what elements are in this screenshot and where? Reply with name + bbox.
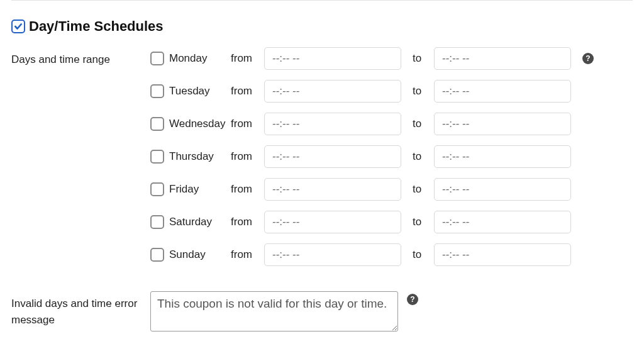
invalid-error-row: Invalid days and time error message ? [11,291,633,332]
thursday-from-input[interactable]: --:-- -- [264,145,401,168]
friday-to-input[interactable]: --:-- -- [434,178,571,201]
day-label: Wednesday [169,118,231,130]
wednesday-to-input[interactable]: --:-- -- [434,113,571,135]
day-row-tuesday: Tuesday from --:-- -- to --:-- -- [150,80,594,103]
from-label: from [231,85,258,98]
monday-from-input[interactable]: --:-- -- [264,47,401,70]
tuesday-checkbox[interactable] [150,84,164,98]
from-label: from [231,216,258,228]
thursday-to-input[interactable]: --:-- -- [434,145,571,168]
tuesday-from-input[interactable]: --:-- -- [264,80,401,103]
days-time-range-row: Days and time range Monday from --:-- --… [11,47,633,266]
panel-divider [11,0,633,1]
day-label: Saturday [169,216,231,228]
day-label: Sunday [169,248,231,261]
to-label: to [413,52,428,65]
friday-from-input[interactable]: --:-- -- [264,178,401,201]
from-label: from [231,118,258,130]
thursday-checkbox[interactable] [150,150,164,164]
invalid-error-label: Invalid days and time error message [11,291,150,329]
section-title: Day/Time Schedules [29,18,164,35]
to-label: to [413,150,428,163]
day-label: Friday [169,183,231,196]
sunday-from-input[interactable]: --:-- -- [264,243,401,266]
day-row-sunday: Sunday from --:-- -- to --:-- -- [150,243,594,266]
saturday-from-input[interactable]: --:-- -- [264,211,401,233]
friday-checkbox[interactable] [150,182,164,196]
day-row-wednesday: Wednesday from --:-- -- to --:-- -- [150,113,594,135]
checkbox-checked-icon [11,20,25,33]
from-label: from [231,248,258,261]
to-label: to [413,85,428,98]
day-row-friday: Friday from --:-- -- to --:-- -- [150,178,594,201]
section-header: Day/Time Schedules [11,18,633,35]
wednesday-checkbox[interactable] [150,117,164,131]
from-label: from [231,150,258,163]
sunday-to-input[interactable]: --:-- -- [434,243,571,266]
day-row-thursday: Thursday from --:-- -- to --:-- -- [150,145,594,168]
help-icon[interactable]: ? [407,294,418,305]
to-label: to [413,216,428,228]
sunday-checkbox[interactable] [150,248,164,262]
from-label: from [231,183,258,196]
to-label: to [413,183,428,196]
monday-to-input[interactable]: --:-- -- [434,47,571,70]
help-icon[interactable]: ? [582,53,594,64]
day-label: Monday [169,52,231,65]
saturday-checkbox[interactable] [150,215,164,229]
days-column: Monday from --:-- -- to --:-- -- ? Tuesd… [150,47,594,266]
day-row-saturday: Saturday from --:-- -- to --:-- -- [150,211,594,233]
from-label: from [231,52,258,65]
tuesday-to-input[interactable]: --:-- -- [434,80,571,103]
to-label: to [413,248,428,261]
monday-checkbox[interactable] [150,52,164,65]
saturday-to-input[interactable]: --:-- -- [434,211,571,233]
day-row-monday: Monday from --:-- -- to --:-- -- ? [150,47,594,70]
day-label: Thursday [169,150,231,163]
to-label: to [413,118,428,130]
days-time-range-label: Days and time range [11,47,150,68]
invalid-error-textarea[interactable] [150,291,398,332]
day-label: Tuesday [169,85,231,98]
wednesday-from-input[interactable]: --:-- -- [264,113,401,135]
